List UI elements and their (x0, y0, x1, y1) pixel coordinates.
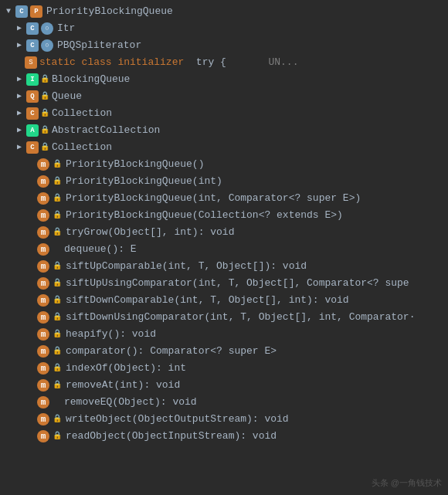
list-item[interactable]: Q 🔒 Queue (0, 88, 448, 105)
lock-icon: 🔒 (53, 364, 62, 373)
lock-icon: 🔒 (53, 381, 62, 390)
class-icon: C (26, 39, 39, 52)
list-item[interactable]: C 🔒 Collection (0, 139, 448, 156)
list-item[interactable]: m removeEQ(Object): void (0, 394, 448, 411)
item-arrow (14, 125, 25, 136)
list-item[interactable]: m 🔒 siftUpComparable(int, T, Object[]): … (0, 258, 448, 275)
list-item[interactable]: m 🔒 readObject(ObjectInputStream): void (0, 428, 448, 445)
list-item[interactable]: m 🔒 heapify(): void (0, 326, 448, 343)
item-label: siftDownUsingComparator(int, T, Object[]… (66, 309, 415, 326)
item-label: PriorityBlockingQueue(int, Comparator<? … (66, 190, 361, 207)
green-lock-icon: 🔒 (53, 194, 62, 203)
list-item[interactable]: S static class initializer try { UN... (0, 54, 448, 71)
root-arrow (3, 6, 14, 17)
item-label: Collection (52, 139, 112, 156)
list-item[interactable]: C ○ Itr (0, 20, 448, 37)
lock-icon: 🔒 (53, 415, 62, 424)
green-lock-icon: 🔒 (53, 211, 62, 220)
lock-icon: 🔒 (53, 313, 62, 322)
lock-icon: 🔒 (53, 279, 62, 288)
lock-icon: 🔒 (53, 228, 62, 237)
static-icon: S (25, 56, 37, 69)
item-arrow (14, 74, 25, 85)
item-label: PriorityBlockingQueue() (66, 156, 204, 173)
abstract-icon: A (26, 124, 39, 137)
item-label: AbstractCollection (52, 122, 160, 139)
lock-icon: 🔒 (40, 143, 49, 152)
item-label: PriorityBlockingQueue(Collection<? exten… (66, 207, 343, 224)
list-item[interactable]: m dequeue(): E (0, 241, 448, 258)
method-icon: m (37, 277, 49, 290)
lock-icon: 🔒 (40, 109, 49, 118)
list-item[interactable]: m 🔒 PriorityBlockingQueue() (0, 156, 448, 173)
list-item[interactable]: A 🔒 AbstractCollection (0, 122, 448, 139)
sub-icon: ○ (41, 22, 53, 35)
class-icon: C (26, 22, 39, 35)
list-item[interactable]: m 🔒 writeObject(ObjectOutputStream): voi… (0, 411, 448, 428)
item-label: tryGrow(Object[], int): void (66, 224, 234, 241)
method-icon: m (37, 226, 49, 239)
item-label: siftUpUsingComparator(int, T, Object[], … (66, 275, 409, 292)
method-icon: m (37, 396, 49, 409)
method-icon: m (37, 362, 49, 375)
method-icon: m (37, 430, 49, 442)
list-item[interactable]: m 🔒 siftUpUsingComparator(int, T, Object… (0, 275, 448, 292)
item-label: readObject(ObjectInputStream): void (66, 428, 277, 445)
list-item[interactable]: C ○ PBQSpliterator (0, 37, 448, 54)
method-icon: m (37, 328, 49, 341)
green-lock-icon: 🔒 (53, 160, 62, 169)
item-label: siftUpComparable(int, T, Object[]): void (66, 258, 307, 275)
list-item[interactable]: m 🔒 PriorityBlockingQueue(Collection<? e… (0, 207, 448, 224)
method-icon: m (37, 209, 49, 222)
item-label: comparator(): Comparator<? super E> (66, 343, 277, 360)
green-lock-icon: 🔒 (53, 347, 62, 356)
list-item[interactable]: C 🔒 Collection (0, 105, 448, 122)
method-icon: m (37, 158, 49, 171)
item-arrow (14, 108, 25, 119)
list-item[interactable]: m 🔒 comparator(): Comparator<? super E> (0, 343, 448, 360)
item-label: Queue (52, 88, 82, 105)
root-label: PriorityBlockingQueue (46, 3, 173, 20)
list-item[interactable]: m 🔒 siftDownUsingComparator(int, T, Obje… (0, 309, 448, 326)
list-item[interactable]: m 🔒 PriorityBlockingQueue(int, Comparato… (0, 190, 448, 207)
method-icon: m (37, 192, 49, 205)
method-icon: m (37, 260, 49, 273)
collection-icon: C (26, 107, 39, 120)
list-item[interactable]: m 🔒 PriorityBlockingQueue(int) (0, 173, 448, 190)
item-label: dequeue(): E (64, 241, 137, 258)
item-label: siftDownComparable(int, T, Object[], int… (66, 292, 349, 309)
item-arrow (14, 91, 25, 102)
lock-icon: 🔒 (53, 330, 62, 339)
item-label: Collection (52, 105, 112, 122)
item-label: heapify(): void (66, 326, 156, 343)
item-arrow (14, 142, 25, 153)
lock-icon: 🔒 (53, 432, 62, 441)
queue-icon: Q (26, 90, 39, 103)
item-label: indexOf(Object): int (66, 360, 186, 377)
list-item[interactable]: m 🔒 tryGrow(Object[], int): void (0, 224, 448, 241)
lock-icon: 🔒 (40, 126, 49, 135)
watermark: 头条 @一角钱技术 (372, 477, 442, 489)
lock-icon: 🔒 (53, 296, 62, 305)
method-icon: m (37, 243, 49, 256)
item-label: PBQSpliterator (57, 37, 141, 54)
method-icon: m (37, 379, 49, 392)
item-label: Itr (57, 20, 75, 37)
method-icon: m (37, 175, 49, 188)
list-item[interactable]: m 🔒 indexOf(Object): int (0, 360, 448, 377)
list-item[interactable]: I 🔒 BlockingQueue (0, 71, 448, 88)
list-item[interactable]: m 🔒 removeAt(int): void (0, 377, 448, 394)
list-item[interactable]: m 🔒 siftDownComparable(int, T, Object[],… (0, 292, 448, 309)
method-icon: m (37, 345, 49, 358)
method-icon: m (37, 311, 49, 324)
item-label: removeAt(int): void (66, 377, 180, 394)
method-icon: m (37, 294, 49, 307)
collection2-icon: C (26, 141, 39, 154)
tree-container: C P PriorityBlockingQueue C ○ Itr C ○ PB… (0, 0, 448, 448)
item-label: PriorityBlockingQueue(int) (66, 173, 222, 190)
item-arrow (14, 23, 25, 34)
item-arrow (14, 40, 25, 51)
tree-root[interactable]: C P PriorityBlockingQueue (0, 3, 448, 20)
green-lock-icon: 🔒 (53, 177, 62, 186)
sub-icon: ○ (41, 39, 53, 52)
